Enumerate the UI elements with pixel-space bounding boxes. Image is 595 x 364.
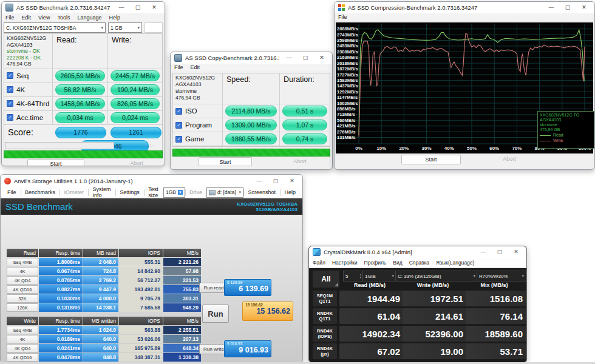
svg-text:1002MB/s: 1002MB/s <box>337 101 358 106</box>
svg-text:60%: 60% <box>489 146 499 151</box>
rnd4k-latency-write-value[interactable]: 19.00 <box>403 343 467 359</box>
maximize-icon[interactable]: ▢ <box>269 175 282 187</box>
row-label-button[interactable]: 32K <box>7 294 38 303</box>
row-label-button[interactable]: 4K QD16 <box>7 285 38 294</box>
menu-file[interactable]: File <box>3 189 21 195</box>
test-size-select[interactable]: 1GiB ▾ <box>362 271 396 281</box>
seq-write-value: 2445,77 MB/s <box>110 70 160 81</box>
drive-select[interactable]: C: KXG60ZNV512G TOSHIBA ▾ <box>4 22 106 33</box>
titlebar[interactable]: CrystalDiskMark 8.0.4 x64 [Admin] — ▢ ✕ <box>309 246 526 258</box>
rnd4k-iops-write-value[interactable]: 52396.00 <box>403 326 467 342</box>
menu-file[interactable]: File <box>174 64 183 70</box>
menu-help[interactable]: Help <box>109 15 120 21</box>
rnd4k-row-label: RND4KQ1T1 <box>313 308 337 324</box>
window-title: AS SSD Copy-Benchmark 2.0.7316.34247 <box>185 55 279 61</box>
checkbox-seq[interactable]: ✓ <box>7 72 13 79</box>
row-label-button[interactable]: 4K QD4 <box>7 276 38 285</box>
checkbox-4k[interactable]: ✓ <box>7 86 13 93</box>
target-drive-select[interactable]: C: 33% (39/120GiB) ▾ <box>395 271 478 281</box>
titlebar[interactable]: AS SSD Copy-Benchmark 2.0.7316.34247 — ▢… <box>171 52 332 64</box>
svg-text:131MB/s: 131MB/s <box>337 135 355 140</box>
run-button[interactable]: Run <box>202 305 229 323</box>
maximize-icon[interactable]: ▢ <box>131 2 144 13</box>
row-label-button[interactable]: 128K <box>7 303 38 312</box>
start-button[interactable]: Start <box>27 159 84 166</box>
menu-screenshot[interactable]: Screenshot <box>243 189 280 195</box>
all-button[interactable]: All <box>313 271 339 288</box>
row-label-button[interactable]: 4K <box>7 267 38 275</box>
rnd4k-iops-mix-value[interactable]: 18589.60 <box>466 326 526 342</box>
menu-language[interactable]: Язык(Language) <box>436 260 474 266</box>
menu-file[interactable]: File <box>338 14 347 20</box>
checkbox-program[interactable]: ✓ <box>175 122 182 129</box>
drive-select[interactable]: d: [data] ▾ <box>206 187 243 198</box>
titlebar[interactable]: AS SSD Benchmark 2.0.7316.34247 — ▢ ✕ <box>2 2 165 13</box>
minimize-icon[interactable]: — <box>115 2 128 13</box>
svg-text:1147MB/s: 1147MB/s <box>337 95 358 100</box>
mix-column-header: Mix (MB/s) <box>466 281 523 289</box>
menu-help[interactable]: Справка <box>409 260 429 266</box>
close-icon[interactable]: ✕ <box>577 2 591 13</box>
start-button[interactable]: Start <box>401 155 461 164</box>
test-size-select[interactable]: 1 GB ▾ <box>108 22 142 33</box>
rnd4k-mix-value[interactable]: 76.14 <box>466 308 526 324</box>
seq1m-write-value[interactable]: 1972.51 <box>403 291 467 306</box>
minimize-icon[interactable]: — <box>253 175 266 187</box>
checkbox-4k64[interactable]: ✓ <box>7 100 13 107</box>
maximize-icon[interactable]: ▢ <box>493 246 506 258</box>
progress-bar <box>172 149 330 157</box>
close-icon[interactable]: ✕ <box>148 2 161 13</box>
menu-view[interactable]: Вид <box>393 260 402 266</box>
menu-benchmarks[interactable]: Benchmarks <box>21 189 59 195</box>
rnd4k-read-value[interactable]: 61.04 <box>339 308 404 324</box>
read-line-swatch <box>540 135 551 136</box>
row-label-button[interactable]: Seq 4MB <box>7 258 38 266</box>
checkbox-game[interactable]: ✓ <box>175 136 182 143</box>
minimize-icon[interactable]: — <box>477 246 490 258</box>
test-count-select[interactable]: 5 ▴▾ <box>343 271 364 281</box>
row-label-button[interactable]: 4K <box>7 335 38 343</box>
menu-edit[interactable]: Edit <box>22 15 32 21</box>
chevron-down-icon: ▾ <box>392 274 394 278</box>
checkbox-acctime[interactable]: ✓ <box>7 114 13 121</box>
test-size-select[interactable]: 1GB ▾ <box>163 187 185 198</box>
menu-profile[interactable]: Профиль <box>364 260 387 266</box>
menu-settings[interactable]: Settings <box>115 189 144 195</box>
menu-edit[interactable]: Edit <box>191 64 200 70</box>
row-label-button[interactable]: Seq 4MB <box>7 326 38 334</box>
seq1m-read-value[interactable]: 1944.49 <box>339 291 404 306</box>
titlebar[interactable]: Anvil's Storage Utilities 1.1.0 (2014-Ja… <box>1 175 302 187</box>
row-label-button[interactable]: 4K QD4 <box>7 344 38 352</box>
minimize-icon[interactable]: — <box>545 2 558 13</box>
menu-help[interactable]: Help <box>280 189 301 195</box>
maximize-icon[interactable]: ▢ <box>299 52 312 64</box>
close-icon[interactable]: ✕ <box>315 52 328 64</box>
menu-system-info[interactable]: System Info <box>89 186 115 198</box>
start-button[interactable]: Start <box>199 157 252 166</box>
rnd4k-latency-read-value[interactable]: 67.02 <box>339 343 404 359</box>
legend-write-label: Write <box>553 138 563 143</box>
menu-language[interactable]: Language <box>77 15 101 21</box>
rnd4k-latency-mix-value[interactable]: 53.71 <box>466 343 526 359</box>
titlebar[interactable]: AS SSD Compression-Benchmark 2.0.7316.34… <box>335 2 594 13</box>
rnd4k-write-value[interactable]: 214.61 <box>403 308 467 324</box>
svg-text:70%: 70% <box>512 146 522 151</box>
rnd4k-iops-read-value[interactable]: 14902.34 <box>339 326 404 342</box>
close-icon[interactable]: ✕ <box>285 175 299 187</box>
checkbox-iso[interactable]: ✓ <box>175 108 182 115</box>
menu-file[interactable]: Файл <box>313 260 325 266</box>
close-icon[interactable]: ✕ <box>509 246 523 258</box>
abort-button: Abort <box>109 159 165 166</box>
mix-ratio-select[interactable]: R70%/W30% ▾ <box>477 271 526 281</box>
menu-settings[interactable]: Настройки <box>332 260 358 266</box>
acctime-read-value: 0,034 ms <box>55 112 105 123</box>
minimize-icon[interactable]: — <box>282 52 296 64</box>
device-info: KXG60ZNV512G AGXA4103 stornvme 476,94 GB <box>173 73 223 104</box>
menu-view[interactable]: View <box>38 15 50 21</box>
menu-file[interactable]: File <box>5 15 15 21</box>
seq1m-mix-value[interactable]: 1516.08 <box>466 291 526 306</box>
maximize-icon[interactable]: ▢ <box>561 2 574 13</box>
menu-tools[interactable]: Tools <box>57 15 70 21</box>
row-label-button[interactable]: 4K QD16 <box>7 353 38 362</box>
legend-read-label: Read <box>553 133 563 138</box>
